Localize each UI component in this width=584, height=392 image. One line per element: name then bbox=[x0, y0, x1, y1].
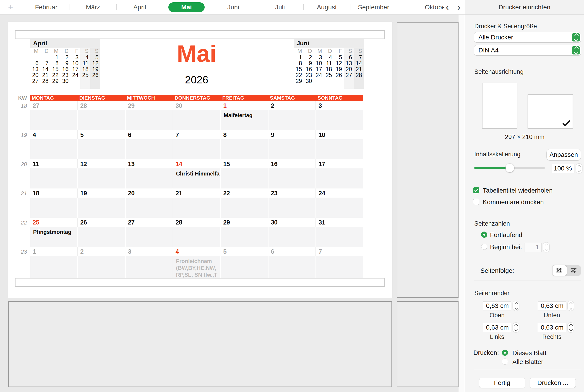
print-all-sheets-radio[interactable] bbox=[502, 358, 508, 365]
day-cell[interactable]: 19 bbox=[77, 188, 125, 218]
weekday-header: MITTWOCH bbox=[125, 95, 173, 101]
day-cell[interactable]: 10 bbox=[316, 130, 363, 159]
tabs-scroll-right-icon[interactable]: › bbox=[454, 1, 464, 13]
print-comments-checkbox[interactable] bbox=[473, 199, 479, 205]
begin-at-field[interactable]: 1 bbox=[524, 243, 541, 252]
print-button[interactable]: Drucken ... bbox=[530, 378, 575, 388]
sheet-tab-mai[interactable]: Mai bbox=[163, 0, 210, 14]
day-cell[interactable]: 13 bbox=[125, 159, 173, 188]
margin-left-field[interactable]: 0,63 cm bbox=[483, 323, 511, 332]
mini-shade-tail bbox=[294, 84, 304, 89]
paper-size-select[interactable]: DIN A4 bbox=[474, 45, 581, 56]
orientation-portrait-option[interactable] bbox=[482, 83, 517, 128]
day-number: 18 bbox=[30, 188, 77, 198]
mini-shade-tail bbox=[50, 84, 61, 89]
day-event bbox=[220, 168, 268, 188]
day-cell[interactable]: 3 bbox=[316, 101, 363, 130]
sheet-tab-label: April bbox=[133, 4, 146, 11]
mini-day-cell: 29 bbox=[50, 78, 61, 84]
day-cell[interactable]: 14Christi Himmelfahrt bbox=[173, 159, 220, 188]
tabs-scroll-left-icon[interactable]: ‹ bbox=[443, 1, 452, 13]
day-cell[interactable]: 29 bbox=[125, 101, 173, 130]
margin-bottom-field[interactable]: 0,63 cm bbox=[538, 301, 566, 310]
day-cell[interactable]: 20 bbox=[125, 188, 173, 218]
mini-month-grid: MDMDFSS123456789101112131415161718192021… bbox=[294, 48, 364, 89]
paper-dimensions: 297 × 210 mm bbox=[468, 134, 582, 140]
day-cell[interactable]: 6 bbox=[125, 130, 173, 159]
day-cell[interactable]: 17 bbox=[316, 159, 363, 188]
orientation-landscape-option[interactable] bbox=[528, 94, 573, 128]
margin-right-field[interactable]: 0,63 cm bbox=[538, 323, 566, 332]
day-cell[interactable]: 27 bbox=[125, 218, 173, 247]
day-cell[interactable]: 8 bbox=[220, 130, 268, 159]
day-event bbox=[77, 110, 125, 130]
continuous-radio[interactable] bbox=[481, 232, 487, 238]
sheet-tab-oktober[interactable]: Oktober bbox=[397, 0, 444, 14]
margin-top-stepper[interactable] bbox=[513, 301, 519, 311]
print-this-sheet-radio[interactable] bbox=[502, 350, 508, 356]
day-event bbox=[268, 227, 316, 247]
sheet-tabs: FebruarMärzAprilMaiJuniJuliAugustSeptemb… bbox=[23, 0, 444, 14]
mini-shade-tail bbox=[354, 84, 364, 89]
day-cell[interactable]: 16 bbox=[268, 159, 316, 188]
printer-select[interactable]: Alle Drucker bbox=[474, 32, 581, 42]
margin-top-label: Oben bbox=[483, 312, 511, 319]
day-cell[interactable]: 12 bbox=[77, 159, 125, 188]
day-cell[interactable]: 22 bbox=[220, 188, 268, 218]
scale-value-field[interactable]: 100 % bbox=[552, 164, 574, 173]
mini-shade-tail bbox=[80, 84, 90, 89]
day-cell[interactable]: 28 bbox=[77, 101, 125, 130]
scale-stepper[interactable] bbox=[576, 164, 582, 173]
day-cell[interactable]: 9 bbox=[268, 130, 316, 159]
day-cell[interactable]: 26 bbox=[77, 218, 125, 247]
sheet-tab-märz[interactable]: März bbox=[70, 0, 116, 14]
sheet-tab-august[interactable]: August bbox=[304, 0, 350, 14]
day-cell[interactable]: 29 bbox=[220, 218, 268, 247]
sheet-tab-april[interactable]: April bbox=[116, 0, 163, 14]
day-cell[interactable]: 15 bbox=[220, 159, 268, 188]
day-cell[interactable]: 18 bbox=[30, 188, 77, 218]
mini-day-letter: M bbox=[30, 48, 40, 54]
day-cell[interactable]: 28 bbox=[173, 218, 220, 247]
day-event bbox=[316, 198, 363, 218]
page-order-horizontal-button[interactable] bbox=[567, 265, 581, 276]
page-footer-textbox[interactable] bbox=[15, 278, 385, 287]
day-cell[interactable]: 11 bbox=[30, 159, 77, 188]
day-cell[interactable]: 5 bbox=[77, 130, 125, 159]
mini-day-cell: 5 bbox=[90, 54, 100, 60]
margin-right-stepper[interactable] bbox=[567, 323, 574, 332]
day-cell[interactable]: 2 bbox=[268, 101, 316, 130]
mini-day-cell bbox=[80, 78, 90, 84]
day-cell[interactable]: 24 bbox=[316, 188, 363, 218]
margin-bottom-stepper[interactable] bbox=[567, 301, 574, 311]
sheet-tab-september[interactable]: September bbox=[350, 0, 397, 14]
repeat-table-headers-checkbox[interactable] bbox=[473, 187, 479, 193]
page-order-vertical-button[interactable] bbox=[552, 265, 567, 276]
day-cell[interactable]: 31 bbox=[316, 218, 363, 247]
sheet-tab-juli[interactable]: Juli bbox=[257, 0, 304, 14]
mini-shade-tail bbox=[344, 84, 354, 89]
day-cell[interactable]: 30 bbox=[268, 218, 316, 247]
day-cell[interactable]: 30 bbox=[173, 101, 220, 130]
day-cell[interactable]: 1Maifeiertag bbox=[220, 101, 268, 130]
day-number: 13 bbox=[125, 159, 173, 168]
margin-top-field[interactable]: 0,63 cm bbox=[483, 301, 511, 310]
day-cell[interactable]: 25Pfingstmontag bbox=[30, 218, 77, 247]
mini-day-cell: 24 bbox=[314, 72, 324, 78]
day-cell[interactable]: 7 bbox=[173, 130, 220, 159]
day-cell[interactable]: 27 bbox=[30, 101, 77, 130]
margin-left-stepper[interactable] bbox=[513, 323, 519, 332]
sheet-tab-juni[interactable]: Juni bbox=[210, 0, 257, 14]
sheet-tab-februar[interactable]: Februar bbox=[23, 0, 70, 14]
page-header-textbox[interactable] bbox=[15, 30, 385, 39]
day-cell[interactable]: 23 bbox=[268, 188, 316, 218]
empty-page-bottom bbox=[8, 301, 392, 387]
adjust-button[interactable]: Anpassen bbox=[546, 149, 581, 160]
day-cell[interactable]: 21 bbox=[173, 188, 220, 218]
add-sheet-button[interactable]: + bbox=[6, 2, 16, 12]
done-button[interactable]: Fertig bbox=[479, 378, 525, 388]
day-cell[interactable]: 4 bbox=[30, 130, 77, 159]
sheet-tab-label: September bbox=[358, 4, 389, 11]
begin-at-radio[interactable] bbox=[481, 244, 487, 250]
scale-slider-thumb[interactable] bbox=[505, 164, 514, 172]
